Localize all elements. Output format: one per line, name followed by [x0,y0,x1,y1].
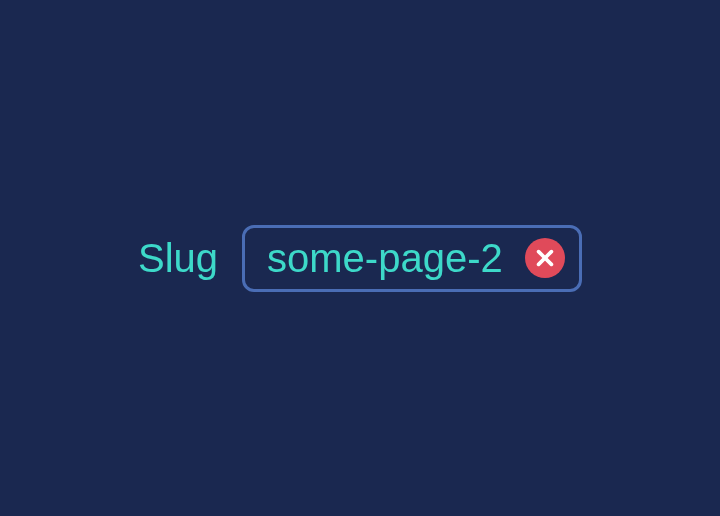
slug-input-wrapper[interactable]: some-page-2 [242,225,582,292]
slug-input[interactable]: some-page-2 [267,236,517,281]
error-icon [525,238,565,278]
slug-label: Slug [138,236,218,281]
slug-field-row: Slug some-page-2 [138,225,582,292]
